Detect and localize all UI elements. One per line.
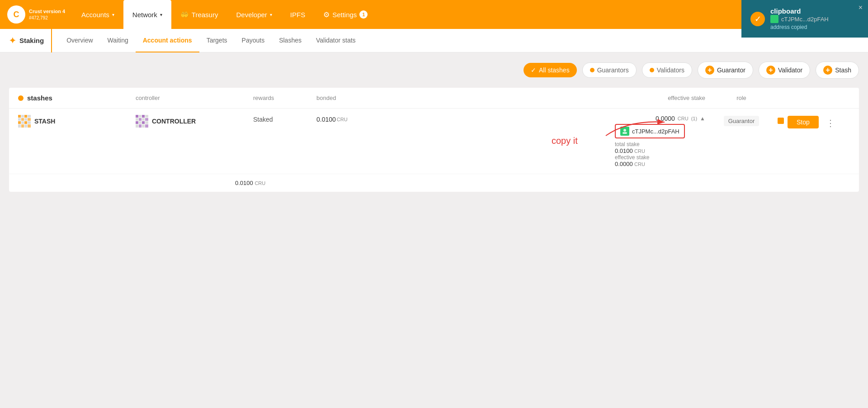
annotation-area: cTJPMc...d2pFAH copy it	[615, 122, 705, 167]
cell-stash: STASH	[18, 115, 136, 128]
subnav-slashes[interactable]: Slashes	[272, 29, 309, 52]
guarantors-filter[interactable]: Guarantors	[582, 62, 637, 78]
toast-check-icon: ✓	[750, 12, 765, 26]
table-footer: 0.0100 CRU	[9, 174, 859, 192]
stop-color-indicator	[778, 118, 784, 124]
col-header-role: role	[705, 95, 778, 101]
validators-label: Validators	[657, 66, 684, 74]
logo-area[interactable]: C Crust version 4 #472,792	[0, 5, 72, 24]
svg-rect-1	[18, 115, 21, 118]
add-validator-plus-icon: +	[766, 66, 775, 75]
settings-badge: 1	[359, 10, 368, 19]
more-options-button[interactable]: ⋮	[822, 116, 839, 130]
nav-settings[interactable]: ⚙ Settings 1	[314, 0, 377, 29]
eff-stake-value-row: 0.0000 CRU	[615, 161, 705, 167]
svg-rect-21	[145, 115, 148, 118]
effective-count: (1)	[691, 116, 697, 121]
caret-up-icon: ▲	[700, 115, 705, 122]
nav-treasury[interactable]: 🤲 Treasury	[171, 0, 227, 29]
toast-address-row: cTJPMc...d2pFAH	[770, 15, 829, 23]
toast-content: clipboard cTJPMc...d2pFAH address copied	[770, 7, 829, 30]
total-stake-value-row: 0.0100 CRU	[615, 147, 705, 154]
toast-subtitle: address copied	[770, 24, 829, 30]
col-header-controller: controller	[136, 95, 253, 101]
eff-stake-value: 0.0000	[615, 161, 633, 167]
svg-rect-29	[145, 121, 148, 124]
nav-network[interactable]: Network ▾	[123, 0, 171, 29]
stop-button[interactable]: Stop	[788, 116, 819, 128]
subnav-waiting[interactable]: Waiting	[100, 29, 136, 52]
stashes-dot-icon	[18, 95, 24, 101]
svg-rect-3	[24, 115, 27, 118]
network-caret: ▾	[160, 12, 162, 17]
cell-controller: CONTROLLER	[136, 115, 253, 128]
add-validator-label: Validator	[778, 66, 802, 74]
svg-rect-19	[139, 115, 142, 118]
controller-name: CONTROLLER	[152, 118, 196, 125]
nav-developer[interactable]: Developer ▾	[227, 0, 281, 29]
svg-rect-32	[142, 124, 145, 128]
toast-close-button[interactable]: ×	[859, 4, 863, 12]
validators-filter[interactable]: Validators	[642, 62, 692, 78]
eff-stake-label: effective stake	[615, 154, 650, 161]
subnav-waiting-label: Waiting	[108, 37, 128, 44]
subnav-targets-label: Targets	[207, 37, 227, 44]
app-name: Crust	[29, 9, 42, 14]
subnav-payouts-label: Payouts	[242, 37, 265, 44]
svg-rect-8	[28, 118, 31, 121]
svg-rect-33	[145, 124, 148, 128]
svg-rect-9	[18, 121, 21, 124]
stash-table: stashes controller rewards bonded effect…	[9, 88, 859, 192]
staking-label-text: Staking	[19, 37, 44, 44]
subnav-payouts[interactable]: Payouts	[235, 29, 272, 52]
table-row: STASH	[9, 109, 859, 174]
clipboard-toast: ✓ clipboard cTJPMc...d2pFAH address copi…	[741, 0, 868, 38]
developer-label: Developer	[236, 11, 267, 19]
svg-rect-10	[21, 121, 24, 124]
subnav-validator-stats[interactable]: Validator stats	[309, 29, 363, 52]
nav-accounts[interactable]: Accounts ▾	[72, 0, 123, 29]
svg-rect-20	[142, 115, 145, 118]
add-guarantor-button[interactable]: + Guarantor	[698, 62, 753, 79]
subnav-validator-stats-label: Validator stats	[316, 37, 356, 44]
svg-rect-13	[18, 124, 21, 128]
bonded-value: 0.0100	[316, 116, 336, 123]
nav-ipfs[interactable]: IPFS	[281, 0, 314, 29]
cell-bonded: 0.0100 CRU	[316, 115, 407, 123]
guarantors-label: Guarantors	[597, 66, 629, 74]
total-stake-value: 0.0100	[615, 147, 633, 154]
add-validator-button[interactable]: + Validator	[759, 62, 810, 79]
top-navigation: C Crust version 4 #472,792 Accounts ▾ Ne…	[0, 0, 868, 29]
eff-stake-label-row: effective stake	[615, 154, 705, 161]
filter-bar: ✓ All stashes Guarantors Validators + Gu…	[9, 62, 859, 79]
add-stash-plus-icon: +	[823, 66, 832, 75]
footer-spacer	[18, 180, 235, 186]
nav-items: Accounts ▾ Network ▾ 🤲 Treasury Develope…	[72, 0, 377, 29]
app-version: version 4	[43, 9, 65, 14]
col-header-bonded: bonded	[316, 95, 407, 101]
subnav-targets[interactable]: Targets	[199, 29, 235, 52]
add-stash-label: Stash	[835, 66, 851, 74]
svg-rect-18	[136, 115, 138, 118]
subnav-account-actions[interactable]: Account actions	[136, 29, 199, 52]
svg-rect-26	[136, 121, 138, 124]
toast-address-text: cTJPMc...d2pFAH	[781, 16, 829, 23]
total-stake-row: total stake	[615, 141, 705, 147]
stashes-header-label: stashes	[27, 94, 52, 102]
sub-navigation: ✦ Staking Overview Waiting Account actio…	[0, 29, 868, 52]
svg-rect-25	[145, 118, 148, 121]
add-stash-button[interactable]: + Stash	[816, 62, 859, 79]
cell-effective: 0.0000 CRU (1) ▲	[615, 115, 705, 167]
annotation-arrow	[601, 115, 674, 138]
svg-rect-16	[28, 124, 31, 128]
copy-annotation: copy it	[552, 136, 578, 146]
total-stake-label: total stake	[615, 141, 640, 147]
all-stashes-filter[interactable]: ✓ All stashes	[524, 63, 577, 77]
subnav-overview[interactable]: Overview	[59, 29, 100, 52]
logo-icon: C	[7, 5, 25, 24]
add-guarantor-plus-icon: +	[705, 66, 714, 75]
role-badge: Guarantor	[724, 116, 760, 126]
svg-rect-24	[142, 118, 145, 121]
validators-dot	[650, 68, 654, 72]
svg-rect-30	[136, 124, 138, 128]
